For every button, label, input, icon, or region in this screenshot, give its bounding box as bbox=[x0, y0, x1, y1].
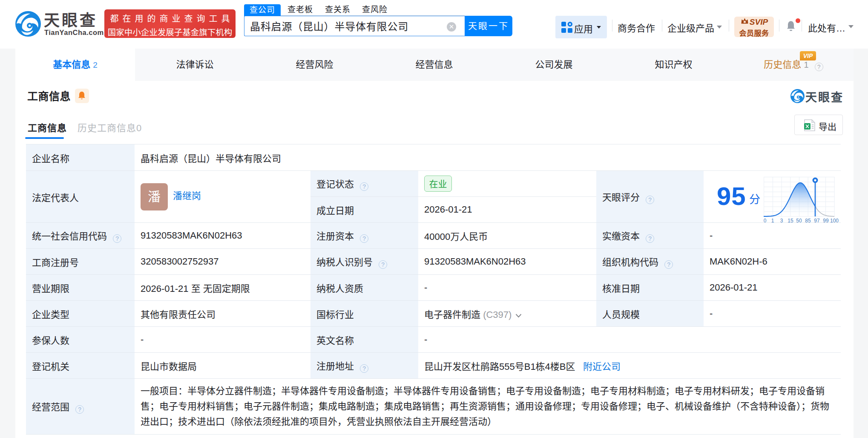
svg-text:15: 15 bbox=[788, 218, 793, 224]
svg-text:3: 3 bbox=[780, 218, 783, 224]
svg-text:97: 97 bbox=[814, 218, 820, 224]
svg-text:50: 50 bbox=[796, 218, 802, 224]
svg-text:99: 99 bbox=[823, 218, 829, 224]
svg-text:1: 1 bbox=[771, 218, 774, 224]
svg-text:100: 100 bbox=[830, 218, 839, 224]
svg-text:0: 0 bbox=[764, 218, 767, 224]
svg-text:85: 85 bbox=[805, 218, 811, 224]
